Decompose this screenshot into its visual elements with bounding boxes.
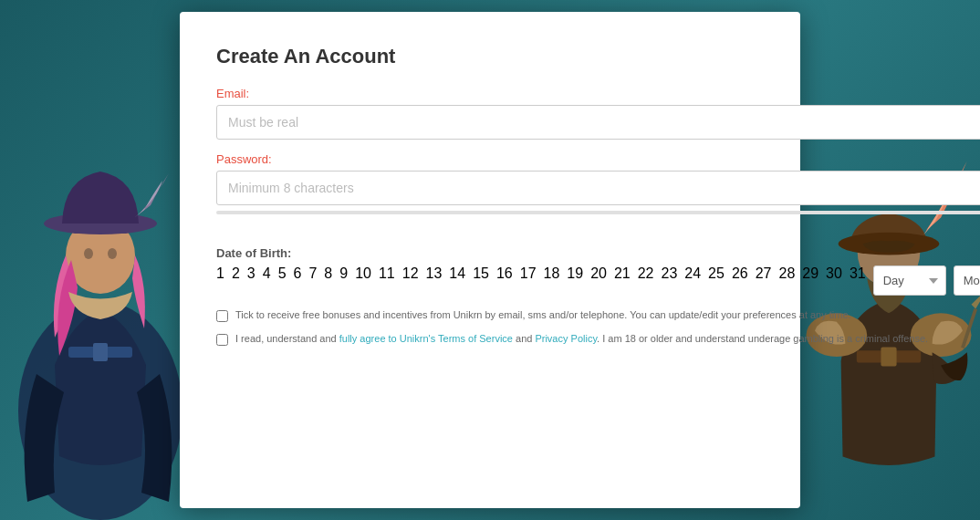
dob-day-select[interactable]: Day for(let i=1;i<=31;i++) document.curr…: [873, 265, 946, 296]
email-input[interactable]: [216, 105, 980, 140]
email-field-group: Email:: [216, 87, 980, 152]
password-input[interactable]: [216, 171, 980, 205]
password-label: Password:: [216, 152, 980, 166]
password-field-group: Password: 👁: [216, 152, 980, 205]
privacy-link[interactable]: Privacy Policy: [535, 333, 597, 344]
dob-month-select[interactable]: Month JanuaryFebruaryMarch AprilMayJune …: [954, 265, 980, 296]
form-title: Create An Account: [216, 45, 980, 68]
bonus-checkbox[interactable]: [216, 310, 228, 322]
svg-point-3: [84, 248, 93, 259]
password-wrapper: 👁: [216, 171, 980, 205]
bonus-checkbox-row: Tick to receive free bonuses and incenti…: [216, 308, 980, 322]
sign-in-link[interactable]: Sign In: [216, 430, 980, 444]
terms-checkbox[interactable]: [216, 334, 228, 346]
dob-field-group: Date of Birth: 1234567891011121314151617…: [216, 246, 980, 296]
terms-checkbox-label: I read, understand and fully agree to Un…: [235, 332, 928, 346]
character-left: [0, 46, 201, 520]
password-strength-bars: [216, 211, 980, 214]
bonus-checkbox-label: Tick to receive free bonuses and incenti…: [235, 308, 851, 322]
terms-checkbox-row: I read, understand and fully agree to Un…: [216, 332, 980, 346]
terms-link[interactable]: fully agree to Unikrn's Terms of Service: [339, 333, 513, 344]
svg-rect-6: [93, 343, 108, 361]
email-label: Email:: [216, 87, 980, 100]
strength-bar-1: [216, 211, 980, 214]
svg-point-4: [108, 248, 117, 259]
modal: Create An Account Email: Password: 👁: [180, 12, 800, 508]
already-account-text: Already have an account?: [216, 412, 980, 426]
form-panel: Create An Account Email: Password: 👁: [180, 12, 980, 508]
dob-row: 1234567891011121314151617181920212223242…: [216, 265, 980, 296]
password-hint: Password must contain at least one numer…: [216, 220, 980, 234]
dob-label: Date of Birth:: [216, 246, 980, 260]
